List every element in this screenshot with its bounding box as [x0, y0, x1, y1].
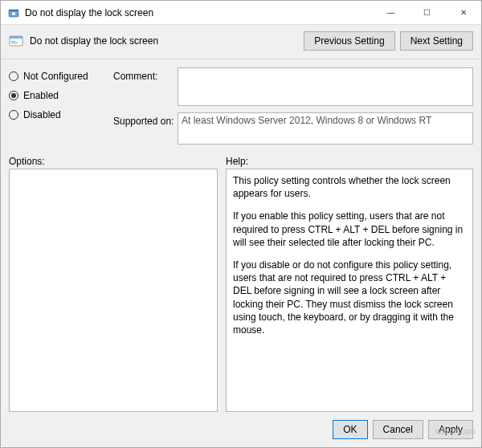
- supported-on-box: At least Windows Server 2012, Windows 8 …: [178, 112, 473, 145]
- radio-enabled[interactable]: Enabled: [9, 90, 113, 101]
- panel-labels: Options: Help:: [9, 156, 473, 167]
- help-panel[interactable]: This policy setting controls whether the…: [226, 169, 473, 412]
- apply-button[interactable]: Apply: [428, 420, 473, 439]
- svg-rect-6: [11, 43, 18, 43]
- next-setting-button[interactable]: Next Setting: [400, 31, 473, 51]
- minimize-button[interactable]: —: [373, 1, 409, 25]
- radio-icon: [9, 110, 18, 120]
- supported-on-label: Supported on:: [113, 112, 178, 145]
- radio-label: Disabled: [23, 109, 61, 120]
- radio-icon: [9, 71, 18, 81]
- maximize-button[interactable]: ☐: [409, 1, 445, 25]
- radio-label: Not Configured: [23, 71, 88, 82]
- titlebar: Do not display the lock screen — ☐ ✕: [1, 1, 481, 25]
- help-paragraph: If you disable or do not configure this …: [233, 259, 466, 336]
- policy-icon: [9, 34, 23, 48]
- panels: This policy setting controls whether the…: [9, 169, 473, 412]
- svg-rect-1: [9, 10, 18, 11]
- help-label: Help:: [226, 156, 473, 167]
- previous-setting-button[interactable]: Previous Setting: [304, 31, 394, 51]
- window-title: Do not display the lock screen: [25, 7, 373, 18]
- cancel-button[interactable]: Cancel: [373, 420, 423, 439]
- options-panel[interactable]: [9, 169, 218, 412]
- radio-icon: [9, 91, 18, 100]
- options-label: Options:: [9, 156, 226, 167]
- nav-buttons: Previous Setting Next Setting: [304, 31, 473, 51]
- policy-title: Do not display the lock screen: [30, 35, 304, 47]
- config-section: Not Configured Enabled Disabled Comment:…: [1, 59, 481, 145]
- state-radio-group: Not Configured Enabled Disabled: [9, 67, 113, 145]
- svg-rect-4: [10, 36, 22, 39]
- help-paragraph: If you enable this policy setting, users…: [233, 210, 466, 249]
- ok-button[interactable]: OK: [333, 420, 367, 439]
- help-paragraph: This policy setting controls whether the…: [233, 174, 466, 200]
- comment-label: Comment:: [113, 67, 178, 106]
- footer-buttons: OK Cancel Apply: [1, 412, 481, 447]
- radio-disabled[interactable]: Disabled: [9, 109, 113, 120]
- header-row: Do not display the lock screen Previous …: [1, 25, 481, 51]
- radio-not-configured[interactable]: Not Configured: [9, 71, 113, 82]
- content-area: Do not display the lock screen Previous …: [1, 25, 481, 447]
- close-button[interactable]: ✕: [445, 1, 481, 25]
- comment-textarea[interactable]: [178, 67, 473, 106]
- supported-on-text: At least Windows Server 2012, Windows 8 …: [182, 115, 431, 126]
- svg-point-2: [12, 12, 15, 15]
- radio-label: Enabled: [23, 90, 59, 101]
- app-icon: [7, 6, 20, 19]
- svg-rect-5: [11, 41, 15, 42]
